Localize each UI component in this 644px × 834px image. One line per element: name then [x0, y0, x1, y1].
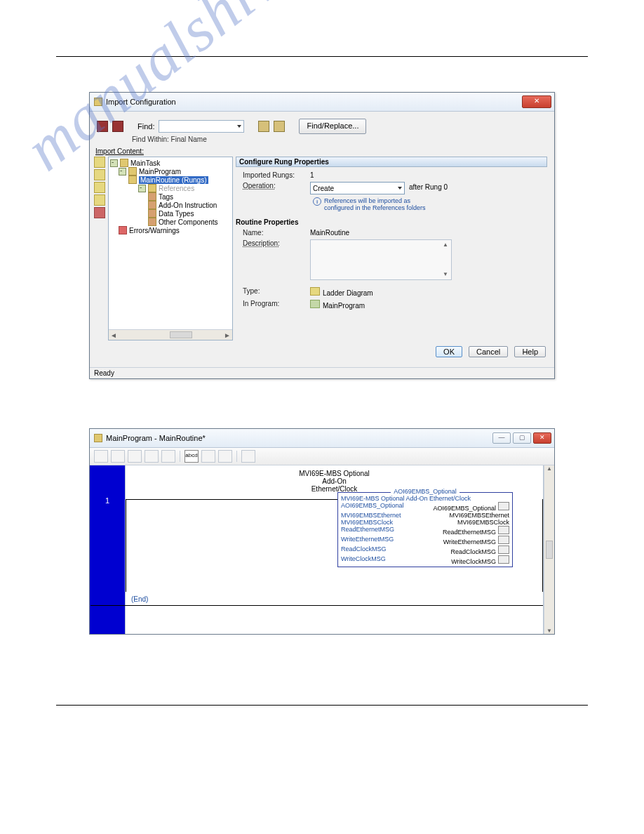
tree-tags[interactable]: Tags — [159, 193, 173, 201]
toolbar-icon-7[interactable] — [218, 450, 232, 463]
bottom-rule — [56, 705, 588, 706]
param-browse-icon[interactable] — [498, 555, 509, 564]
info-line2: configured in the References folders — [324, 204, 426, 211]
close-icon[interactable]: ✕ — [522, 95, 551, 108]
minimize-icon[interactable]: — — [492, 432, 511, 444]
cancel-button[interactable]: Cancel — [469, 346, 508, 357]
config-rung-header: Configure Rung Properties — [236, 157, 547, 167]
editor-title: MainProgram - MainRoutine* — [106, 434, 206, 442]
scroll-up-icon[interactable]: ▲ — [441, 241, 450, 249]
type-value: Ladder Diagram — [323, 289, 373, 297]
description-label: Description: — [243, 239, 306, 247]
find-label: Find: — [137, 122, 154, 131]
toolbar-icon-5[interactable] — [161, 450, 175, 463]
toolbar-icon-3[interactable] — [128, 450, 142, 463]
operation-value: Create — [313, 185, 334, 192]
info-line1: References will be imported as — [324, 197, 410, 204]
scroll-down-icon[interactable]: ▼ — [546, 628, 552, 634]
nav-back-icon[interactable] — [97, 121, 108, 132]
operation-label: Operation: — [243, 182, 306, 190]
editor-titlebar: MainProgram - MainRoutine* — ▢ ✕ — [90, 429, 554, 448]
editor-icon — [94, 434, 102, 442]
toolbar-abcd[interactable]: abcd — [185, 450, 199, 463]
tree-hscroll[interactable]: ◄► — [109, 329, 232, 340]
ladder-area[interactable]: MVI69E-MBS Optional Add-On Ethernet/Cloc… — [126, 465, 544, 634]
param-browse-icon[interactable] — [498, 536, 509, 544]
toolbar-icon-2[interactable] — [111, 450, 125, 463]
routine-props-header: Routine Properties — [236, 218, 547, 226]
tree-mainroutine-selected[interactable]: MainRoutine (Rungs) — [139, 176, 208, 184]
rung-comment: MVI69E-MBS Optional Add-On Ethernet/Cloc… — [126, 470, 543, 493]
inprogram-label: In Program: — [243, 300, 306, 307]
tree-leftstrip — [94, 157, 105, 340]
param-browse-icon[interactable] — [498, 526, 509, 534]
maximize-icon[interactable]: ▢ — [513, 432, 531, 444]
description-box[interactable]: ▲ ▼ — [310, 239, 452, 280]
scroll-down-icon[interactable]: ▼ — [441, 271, 450, 278]
tree-datatypes[interactable]: Data Types — [159, 210, 194, 218]
tree-references[interactable]: References — [159, 185, 194, 192]
aoi-title: AOI69EMBS_Optional — [391, 488, 459, 495]
operation-combo[interactable]: Create — [310, 182, 405, 194]
aoi-instruction-block[interactable]: AOI69EMBS_Optional MVI69E-MBS Optional A… — [337, 492, 513, 567]
param-browse-icon[interactable] — [498, 545, 509, 554]
dialog-icon — [94, 98, 102, 106]
find-prev-icon[interactable] — [274, 121, 285, 132]
tree-maintask[interactable]: MainTask — [130, 159, 160, 167]
chevron-down-icon — [398, 187, 402, 190]
toolbar-icon-8[interactable] — [241, 450, 255, 463]
toolbar-icon-6[interactable] — [201, 450, 215, 463]
properties-panel: Configure Rung Properties Imported Rungs… — [236, 157, 550, 340]
find-next-icon[interactable] — [258, 121, 269, 132]
help-button[interactable]: Help — [514, 346, 546, 357]
tree-errors[interactable]: Errors/Warnings — [129, 227, 180, 234]
name-value: MainRoutine — [310, 229, 349, 237]
inprogram-value: MainProgram — [323, 302, 365, 310]
find-replace-button[interactable]: Find/Replace... — [299, 119, 366, 134]
editor-vscroll[interactable]: ▲ ▼ — [544, 465, 554, 634]
imported-rungs-label: Imported Rungs: — [243, 171, 306, 179]
name-label: Name: — [243, 229, 306, 237]
editor-toolbar: abcd — [90, 448, 554, 465]
top-rule — [56, 56, 588, 57]
toolbar-icon-4[interactable] — [145, 450, 159, 463]
find-within-label: Find Within: Final Name — [94, 135, 550, 143]
import-content-label: Import Content: — [94, 147, 550, 155]
tree-mainprogram[interactable]: MainProgram — [139, 168, 181, 176]
ok-button[interactable]: OK — [436, 346, 462, 357]
tree-addon[interactable]: Add-On Instruction — [159, 201, 217, 209]
info-icon: i — [313, 197, 321, 206]
operation-suffix: after Rung 0 — [409, 182, 448, 191]
scroll-up-icon[interactable]: ▲ — [546, 465, 552, 472]
import-config-dialog: Import Configuration ✕ Find: Find/Replac… — [89, 92, 555, 379]
imported-rungs-value: 1 — [310, 171, 314, 179]
ladder-icon — [310, 287, 320, 296]
toolbar-icon-1[interactable] — [94, 450, 108, 463]
dialog-title: Import Configuration — [106, 98, 176, 106]
close-icon[interactable]: ✕ — [533, 432, 551, 444]
nav-fwd-icon[interactable] — [112, 121, 123, 132]
rung-number-col[interactable]: 1 — [90, 465, 126, 634]
status-bar: Ready — [90, 367, 554, 378]
program-icon — [310, 300, 320, 308]
param-browse-icon[interactable] — [498, 502, 509, 510]
routine-editor-window: MainProgram - MainRoutine* — ▢ ✕ abcd 1 — [89, 428, 555, 635]
tree-other[interactable]: Other Components — [159, 218, 218, 226]
type-label: Type: — [243, 287, 306, 295]
dialog-titlebar: Import Configuration ✕ — [90, 93, 554, 112]
editor-body: 1 MVI69E-MBS Optional Add-On Ethernet/Cl… — [90, 465, 554, 634]
end-label: (End) — [131, 595, 148, 603]
import-tree[interactable]: MainTask MainProgram MainRoutine (Rungs)… — [108, 157, 233, 340]
rung-number: 1 — [105, 496, 109, 505]
find-input[interactable] — [159, 120, 244, 133]
